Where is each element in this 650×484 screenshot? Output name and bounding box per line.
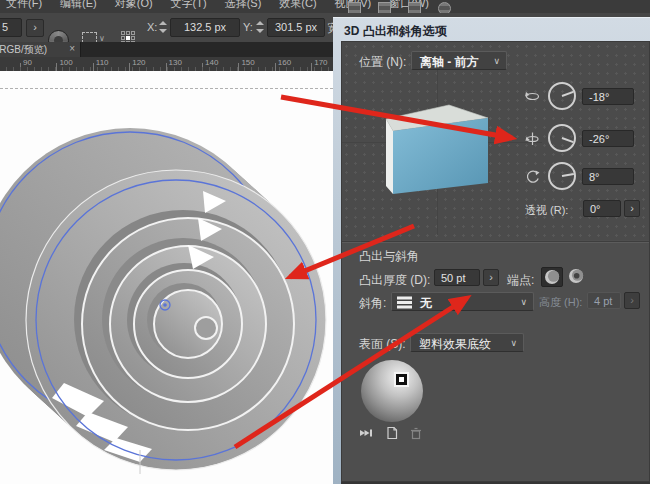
menu-item[interactable]: 文件(F) (6, 0, 42, 12)
document-tab-title: (RGB/预览) (0, 43, 47, 57)
dial-needle (562, 91, 574, 97)
bevel-height-label: 高度 (H): (539, 295, 582, 310)
perspective-label: 透视 (R): (525, 203, 568, 218)
cube-front-face (393, 118, 488, 194)
front-face-rings (26, 170, 326, 470)
rotate-z-dial[interactable] (548, 162, 576, 190)
rotate-y-icon (525, 131, 540, 146)
track-cube[interactable] (381, 100, 493, 200)
extrude-depth-value[interactable]: 50 pt (434, 269, 480, 286)
help-icon[interactable] (438, 2, 451, 13)
bevel-none-icon (397, 296, 413, 309)
rotate-x-value[interactable]: -18° (582, 88, 634, 105)
rotate-x-dial[interactable] (548, 82, 576, 110)
document-tab[interactable]: (RGB/预览) × (0, 42, 81, 57)
cap-hollow-button[interactable] (566, 267, 588, 287)
extrude-depth-label: 凸出厚度 (D): (359, 272, 430, 289)
ruler-tick-label: 100 (59, 58, 72, 67)
arrange-documents-icon[interactable] (378, 2, 391, 13)
workspace-icon[interactable] (348, 2, 361, 13)
rotate-x-icon (525, 89, 540, 104)
extrude-depth-spin-button[interactable]: › (483, 269, 499, 286)
ruler-major-tick (275, 63, 276, 71)
menu-item[interactable]: 效果(C) (279, 0, 316, 12)
ruler-major-tick (311, 63, 312, 71)
rotate-y-dial[interactable] (548, 124, 576, 152)
extruded-rings-object[interactable] (0, 71, 333, 484)
dial-needle (562, 173, 574, 177)
y-stepper[interactable] (255, 20, 264, 34)
ruler-major-tick (20, 63, 21, 71)
menu-item[interactable]: 选择(S) (225, 0, 262, 12)
position-label: 位置 (N): (359, 54, 406, 71)
perspective-value[interactable]: 0° (583, 200, 621, 217)
x-stepper[interactable] (158, 20, 167, 34)
y-input[interactable]: 301.5 px (267, 18, 325, 37)
ruler-tick-label: 130 (169, 58, 182, 67)
chevron-down-icon: ∨ (493, 56, 500, 66)
dial-needle (562, 137, 574, 143)
menu-item[interactable]: 对象(O) (115, 0, 153, 12)
document-tab-bar: (RGB/预览) × (0, 42, 333, 57)
y-label: Y: (243, 21, 253, 33)
clipped-value-field[interactable]: 5 (0, 18, 22, 37)
artboard-canvas[interactable] (0, 71, 333, 484)
extrude-section-heading: 凸出与斜角 (359, 248, 419, 265)
ruler-tick-label: 90 (23, 58, 32, 67)
dialog-title: 3D 凸出和斜角选项 (344, 23, 447, 40)
section-divider (342, 241, 649, 243)
ruler-major-tick (129, 63, 130, 71)
bevel-height-spin-button: › (624, 292, 640, 309)
delete-light-icon (409, 426, 423, 440)
field-spin-button[interactable]: › (26, 19, 44, 37)
perspective-spin-button[interactable]: › (624, 200, 640, 217)
lighting-sphere-preview[interactable] (361, 360, 423, 422)
grid-icon[interactable] (408, 2, 421, 13)
cap-solid-button[interactable] (541, 267, 563, 287)
chevron-down-icon: ∨ (510, 338, 517, 348)
move-light-back-icon[interactable] (359, 426, 373, 440)
menu-item[interactable]: 文字(T) (171, 0, 207, 12)
ruler-major-tick (238, 63, 239, 71)
extrude-bevel-dialog: 3D 凸出和斜角选项 位置 (N): 离轴 - 前方 ∨ (333, 17, 650, 484)
ruler-tick-label: 150 (241, 58, 254, 67)
surface-label: 表面 (S): (359, 336, 406, 353)
app-menubar: 文件(F)编辑(E)对象(O)文字(T)选择(S)效果(C)视图(V)窗口(W) (0, 0, 650, 13)
artboard-boundary (0, 88, 333, 89)
new-light-icon[interactable] (385, 426, 399, 440)
horizontal-ruler: 90100110120130140150160170 (0, 57, 333, 72)
bevel-label: 斜角: (359, 295, 386, 312)
rotate-z-value[interactable]: 8° (582, 168, 634, 185)
cube-left-face (386, 119, 393, 194)
illustrator-window: 文件(F)编辑(E)对象(O)文字(T)选择(S)效果(C)视图(V)窗口(W)… (0, 0, 650, 484)
surface-dropdown[interactable]: 塑料效果底纹 ∨ (410, 333, 524, 352)
ruler-major-tick (202, 63, 203, 71)
light-position-handle[interactable] (394, 372, 409, 387)
chevron-down-icon: ∨ (520, 297, 527, 307)
menu-items[interactable]: 文件(F)编辑(E)对象(O)文字(T)选择(S)效果(C)视图(V)窗口(W) (6, 0, 429, 12)
menu-item[interactable]: 编辑(E) (60, 0, 97, 12)
bevel-dropdown[interactable]: 无 ∨ (391, 292, 534, 311)
ruler-tick-label: 170 (314, 58, 327, 67)
ruler-tick-label: 120 (132, 58, 145, 67)
close-tab-icon[interactable]: × (69, 43, 75, 54)
ruler-tick-label: 110 (96, 58, 109, 67)
caps-label: 端点: (507, 272, 534, 289)
ruler-tick-label: 140 (205, 58, 218, 67)
bevel-height-value: 4 pt (587, 292, 621, 309)
dialog-body: 位置 (N): 离轴 - 前方 ∨ (341, 41, 650, 482)
rotate-y-value[interactable]: -26° (582, 130, 634, 147)
x-input[interactable]: 132.5 px (170, 18, 240, 37)
x-label: X: (147, 21, 157, 33)
rotate-z-icon (525, 169, 540, 184)
position-dropdown[interactable]: 离轴 - 前方 ∨ (411, 51, 507, 70)
ruler-major-tick (166, 63, 167, 71)
ruler-major-tick (56, 63, 57, 71)
ruler-tick-label: 160 (278, 58, 291, 67)
ruler-major-tick (93, 63, 94, 71)
